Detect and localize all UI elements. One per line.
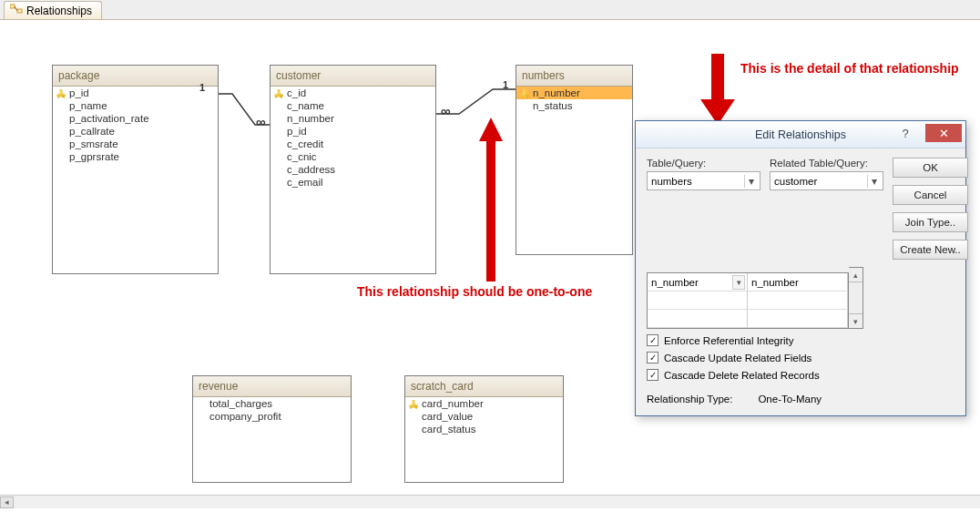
field-c_cnic[interactable]: c_cnic [271, 150, 435, 163]
table-customer[interactable]: customer c_idc_namen_numberp_idc_creditc… [270, 65, 436, 274]
cardinality-many: ∞ [256, 114, 266, 129]
scroll-up-button[interactable]: ▴ [849, 268, 863, 282]
table-body-package: p_idp_namep_activation_ratep_callratep_s… [53, 87, 218, 272]
table-title[interactable]: scratch_card [405, 376, 563, 397]
field-p_callrate[interactable]: p_callrate [53, 125, 218, 138]
table-body-scratch-card: card_numbercard_valuecard_status [405, 397, 563, 481]
relationships-canvas[interactable]: package p_idp_namep_activation_ratep_cal… [0, 20, 980, 508]
cancel-button[interactable]: Cancel [893, 185, 968, 205]
dialog-title: Edit Relationships [755, 128, 846, 141]
svg-rect-1 [17, 9, 22, 13]
close-button[interactable]: ✕ [925, 124, 962, 142]
cardinality-many: ∞ [441, 103, 451, 118]
table-numbers[interactable]: numbers n_numbern_status [516, 65, 633, 255]
field-value: n_number [651, 277, 699, 288]
combo-value: numbers [651, 176, 692, 187]
annotation-text: This is the detail of that relationship [740, 61, 959, 76]
field-p_name[interactable]: p_name [53, 99, 218, 112]
field-c_id[interactable]: c_id [271, 87, 435, 99]
cascade-delete-checkbox[interactable]: ✓ Cascade Delete Related Records [647, 369, 954, 381]
right-field-cell[interactable]: n_number [748, 273, 848, 292]
right-table-combo[interactable]: customer ▾ [770, 171, 883, 190]
relationships-icon [10, 4, 23, 17]
table-title[interactable]: numbers [516, 66, 632, 87]
table-title[interactable]: revenue [193, 376, 351, 397]
field-n_status[interactable]: n_status [516, 99, 632, 112]
scroll-left-button[interactable]: ◂ [0, 496, 14, 508]
left-field-cell[interactable]: n_number ▾ [648, 273, 748, 292]
table-scratch-card[interactable]: scratch_card card_numbercard_valuecard_s… [404, 375, 564, 483]
checkbox-icon: ✓ [647, 334, 658, 346]
table-title[interactable]: package [53, 66, 218, 87]
table-body-customer: c_idc_namen_numberp_idc_creditc_cnicc_ad… [271, 87, 435, 272]
field-p_gprsrate[interactable]: p_gprsrate [53, 150, 218, 163]
help-button[interactable]: ? [887, 124, 924, 142]
field-p_activation_rate[interactable]: p_activation_rate [53, 112, 218, 125]
join-type-button[interactable]: Join Type.. [893, 212, 968, 232]
field-c_address[interactable]: c_address [271, 163, 435, 176]
tab-bar: Relationships [0, 0, 980, 20]
field-value: n_number [751, 277, 799, 288]
tab-label: Relationships [26, 5, 92, 17]
tab-relationships[interactable]: Relationships [4, 1, 102, 19]
field-p_id[interactable]: p_id [271, 125, 435, 138]
table-revenue[interactable]: revenue total_chargescompany_profit [192, 375, 352, 483]
relationship-type-value: One-To-Many [758, 394, 822, 404]
field-n_number[interactable]: n_number [516, 87, 632, 99]
annotation-arrow [697, 54, 739, 125]
checkbox-icon: ✓ [647, 369, 658, 381]
left-table-combo[interactable]: numbers ▾ [647, 171, 761, 190]
enforce-integrity-checkbox[interactable]: ✓ Enforce Referential Integrity [647, 334, 954, 346]
field-p_id[interactable]: p_id [53, 87, 218, 99]
table-query-label: Table/Query: [647, 158, 761, 169]
field-total_charges[interactable]: total_charges [193, 397, 351, 410]
field-mapping-grid[interactable]: n_number ▾ n_number [647, 272, 849, 329]
annotation-arrow [475, 118, 506, 281]
field-n_number[interactable]: n_number [271, 112, 435, 125]
table-body-revenue: total_chargescompany_profit [193, 397, 351, 481]
grid-scrollbar[interactable]: ▴ ▾ [849, 267, 863, 329]
empty-cell[interactable] [748, 292, 848, 310]
chevron-down-icon[interactable]: ▾ [732, 275, 745, 290]
field-c_credit[interactable]: c_credit [271, 138, 435, 150]
checkbox-label: Enforce Referential Integrity [664, 335, 794, 346]
checkbox-icon: ✓ [647, 352, 658, 363]
field-c_name[interactable]: c_name [271, 99, 435, 112]
dialog-titlebar[interactable]: Edit Relationships ? ✕ [636, 121, 965, 148]
combo-value: customer [774, 176, 817, 187]
empty-cell[interactable] [748, 310, 848, 328]
field-card_status[interactable]: card_status [405, 423, 563, 435]
cardinality-one: 1 [503, 79, 508, 90]
chevron-down-icon: ▾ [867, 175, 881, 188]
checkbox-label: Cascade Delete Related Records [664, 370, 820, 381]
checkbox-label: Cascade Update Related Fields [664, 353, 812, 363]
field-c_email[interactable]: c_email [271, 176, 435, 189]
field-card_number[interactable]: card_number [405, 397, 563, 410]
field-p_smsrate[interactable]: p_smsrate [53, 138, 218, 150]
horizontal-scrollbar[interactable]: ◂ [0, 495, 980, 508]
svg-rect-0 [10, 5, 15, 8]
ok-button[interactable]: OK [893, 158, 968, 178]
field-company_profit[interactable]: company_profit [193, 410, 351, 423]
table-body-numbers: n_numbern_status [516, 87, 632, 253]
related-table-query-label: Related Table/Query: [770, 158, 883, 169]
create-new-button[interactable]: Create New.. [893, 240, 968, 260]
empty-cell[interactable] [648, 292, 748, 310]
edit-relationships-dialog[interactable]: Edit Relationships ? ✕ Table/Query: numb… [635, 120, 966, 416]
cascade-update-checkbox[interactable]: ✓ Cascade Update Related Fields [647, 352, 954, 363]
annotation-text: This relationship should be one-to-one [357, 284, 592, 299]
empty-cell[interactable] [648, 310, 748, 328]
cardinality-one: 1 [199, 82, 205, 93]
table-title[interactable]: customer [271, 66, 435, 87]
scroll-down-button[interactable]: ▾ [849, 313, 863, 328]
chevron-down-icon: ▾ [744, 175, 758, 188]
table-package[interactable]: package p_idp_namep_activation_ratep_cal… [52, 65, 219, 274]
relationship-type-label: Relationship Type: [647, 394, 732, 404]
field-card_value[interactable]: card_value [405, 410, 563, 423]
